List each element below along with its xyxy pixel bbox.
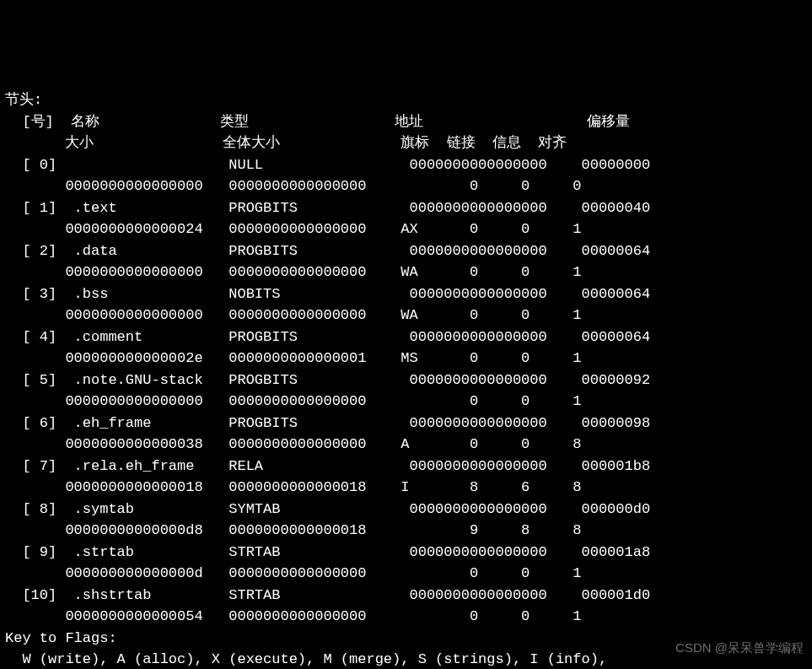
- terminal-output: 节头: [号] 名称 类型 地址 偏移量 大小 全体大小 旗标 链接 信息 对齐…: [5, 89, 807, 669]
- watermark: CSDN @呆呆兽学编程: [675, 639, 804, 658]
